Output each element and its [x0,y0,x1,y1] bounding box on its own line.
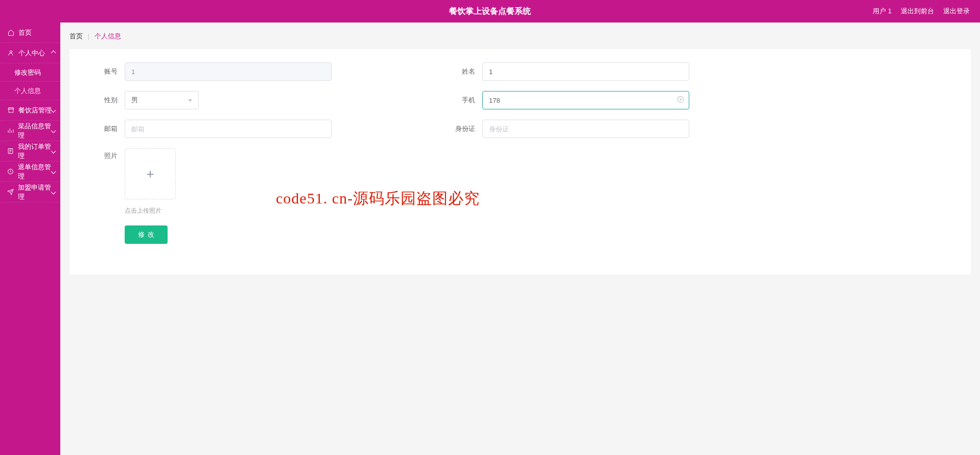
form-card: 账号 姓名 性别 男 [69,49,971,275]
email-input[interactable] [125,120,332,138]
chevron-down-icon [188,99,192,102]
sidebar-label: 加盟申请管理 [18,183,53,201]
label-account: 账号 [90,67,125,76]
sidebar-item-dish-info-mgmt[interactable]: 菜品信息管理 [0,121,60,141]
sidebar-sublabel: 个人信息 [14,86,41,96]
store-icon [7,107,14,114]
sidebar-item-restaurant-mgmt[interactable]: 餐饮店管理 [0,100,60,121]
chart-icon [7,127,14,134]
breadcrumb-home[interactable]: 首页 [69,32,83,40]
refund-icon [7,168,14,175]
user-icon [7,50,14,57]
breadcrumb: 首页 | 个人信息 [69,32,971,41]
sidebar-item-home[interactable]: 首页 [0,22,60,43]
home-icon [7,29,14,36]
breadcrumb-separator: | [88,32,89,40]
clear-icon[interactable] [677,96,684,105]
gender-select[interactable]: 男 [125,91,199,109]
sidebar-sublabel: 修改密码 [14,68,41,77]
name-input[interactable] [482,62,689,81]
label-email: 邮箱 [90,124,125,133]
svg-rect-1 [9,109,13,112]
phone-input[interactable] [482,91,689,109]
account-input[interactable] [125,62,332,81]
label-phone: 手机 [448,96,482,105]
label-idcard: 身份证 [448,124,482,133]
sidebar-label: 退单信息管理 [18,163,53,181]
sidebar-label: 我的订单管理 [18,142,53,161]
svg-point-0 [10,51,12,53]
logout-to-front-link[interactable]: 退出到前台 [901,7,934,16]
sidebar-item-refund-mgmt[interactable]: 退单信息管理 [0,162,60,182]
main-content: 首页 | 个人信息 账号 姓名 [60,22,980,455]
user-label[interactable]: 用户 1 [873,7,892,16]
header: 餐饮掌上设备点餐系统 用户 1 退出到前台 退出登录 [0,0,980,22]
sidebar-subitem-personal-info[interactable]: 个人信息 [0,82,60,100]
label-photo: 照片 [90,148,125,161]
sidebar-item-my-order-mgmt[interactable]: 我的订单管理 [0,141,60,162]
sidebar-label: 个人中心 [18,49,45,58]
breadcrumb-current: 个人信息 [95,32,121,40]
sidebar-subitem-change-password[interactable]: 修改密码 [0,63,60,82]
plus-icon: + [146,166,154,182]
sidebar-label: 菜品信息管理 [18,122,53,140]
sidebar-item-franchise-mgmt[interactable]: 加盟申请管理 [0,182,60,202]
sidebar: 首页 个人中心 修改密码 个人信息 餐饮店管理 菜品信息管理 [0,22,60,455]
photo-upload[interactable]: + [125,148,176,199]
send-icon [7,189,14,196]
sidebar-label: 首页 [18,28,32,37]
app-title: 餐饮掌上设备点餐系统 [449,6,531,17]
logout-link[interactable]: 退出登录 [943,7,970,16]
sidebar-item-personal-center[interactable]: 个人中心 [0,43,60,63]
label-gender: 性别 [90,96,125,105]
idcard-input[interactable] [482,120,689,138]
order-icon [7,148,14,155]
upload-hint: 点击上传照片 [125,207,332,215]
label-name: 姓名 [448,67,482,76]
submit-button[interactable]: 修改 [125,225,168,244]
header-right: 用户 1 退出到前台 退出登录 [873,7,970,16]
sidebar-label: 餐饮店管理 [18,106,52,115]
gender-selected-value: 男 [131,96,138,105]
